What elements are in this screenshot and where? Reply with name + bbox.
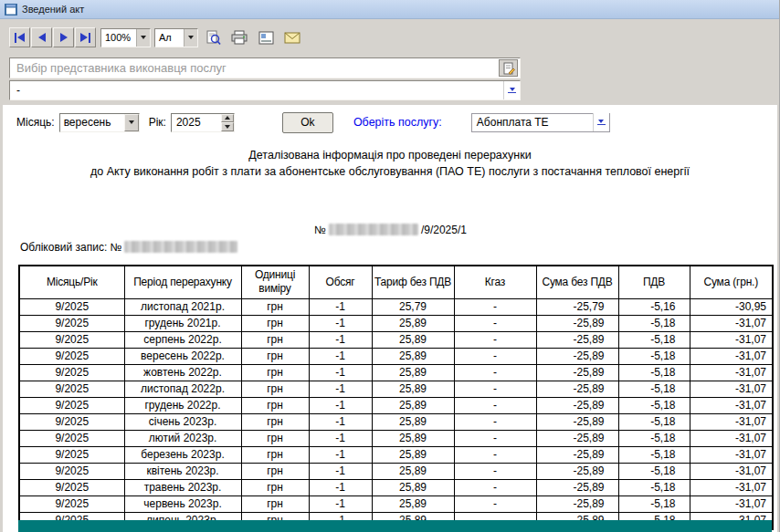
table-row[interactable]: 9/2025листопад 2022р.грн-125,89--25,89-5… xyxy=(19,381,773,397)
table-cell: - xyxy=(454,446,536,463)
table-cell: - xyxy=(454,479,536,495)
table-cell: 9/2025 xyxy=(19,315,124,331)
year-label: Рік: xyxy=(149,116,166,129)
provider-edit-button[interactable] xyxy=(499,59,518,77)
table-cell: 9/2025 xyxy=(19,413,124,430)
table-row[interactable]: 9/2025грудень 2021р.грн-125,89--25,89-5,… xyxy=(19,315,773,331)
table-cell: -5,18 xyxy=(618,331,690,348)
table-cell: -31,07 xyxy=(690,463,773,479)
table-cell: березень 2023р. xyxy=(124,446,241,463)
window-titlebar[interactable]: Зведений акт xyxy=(0,0,779,19)
table-cell: 25,89 xyxy=(372,315,454,331)
service-select[interactable]: Абонплата ТЕ xyxy=(471,113,610,132)
table-cell: серпень 2022р. xyxy=(124,331,241,348)
next-page-button[interactable] xyxy=(53,27,74,47)
view-mode-select[interactable]: Ал xyxy=(154,28,198,47)
table-row[interactable]: 9/2025грудень 2022р.грн-125,89--25,89-5,… xyxy=(19,397,773,413)
ok-button[interactable]: Ok xyxy=(282,112,333,133)
table-row[interactable]: 9/2025листопад 2021р.грн-125,79--25,79-5… xyxy=(19,298,773,315)
table-cell: 25,89 xyxy=(372,348,454,364)
table-cell: -1 xyxy=(309,315,372,331)
table-cell: -5,16 xyxy=(618,298,690,315)
table-cell: -25,89 xyxy=(536,430,618,446)
app-icon xyxy=(5,4,17,16)
table-row[interactable]: 9/2025лютий 2023р.грн-125,89--25,89-5,18… xyxy=(19,430,773,446)
table-cell: -25,89 xyxy=(536,348,618,364)
filter-row: Місяць: вересень Рік: 2025 Ok Оберіть по… xyxy=(16,111,610,133)
table-row[interactable]: 9/2025серпень 2022р.грн-125,89--25,89-5,… xyxy=(19,331,773,348)
table-cell: -25,89 xyxy=(536,364,618,381)
table-cell: 25,89 xyxy=(372,463,454,479)
table-row[interactable]: 9/2025січень 2023р.грн-125,89--25,89-5,1… xyxy=(19,413,773,430)
table-cell: -5,18 xyxy=(618,381,690,397)
table-row[interactable]: 9/2025березень 2023р.грн-125,89--25,89-5… xyxy=(19,446,773,463)
previous-page-button[interactable] xyxy=(31,27,52,47)
email-button[interactable] xyxy=(280,27,304,47)
table-cell: -31,07 xyxy=(690,381,773,397)
table-cell: -25,89 xyxy=(536,397,618,413)
previous-page-icon xyxy=(38,33,46,42)
table-cell: 25,89 xyxy=(372,331,454,348)
table-cell: -1 xyxy=(309,364,372,381)
service-label: Оберіть послугу: xyxy=(353,116,442,129)
year-stepper[interactable]: 2025 xyxy=(171,113,235,132)
provider-combo[interactable]: - xyxy=(9,80,521,100)
preview-button[interactable] xyxy=(201,27,225,47)
table-cell: 25,89 xyxy=(372,364,454,381)
table-cell: вересень 2022р. xyxy=(124,348,241,364)
table-row[interactable]: 9/2025квітень 2023р.грн-125,89--25,89-5,… xyxy=(19,463,773,479)
table-cell: 9/2025 xyxy=(19,479,124,495)
doc-number-suffix: /9/2025/1 xyxy=(421,224,467,236)
document-number-line: № /9/2025/1 xyxy=(314,223,467,236)
table-cell: грн xyxy=(241,315,309,331)
column-header: Місяць/Рік xyxy=(19,266,124,298)
table-cell: -25,89 xyxy=(536,495,618,512)
year-up-button[interactable] xyxy=(221,114,234,123)
toolbar: 100% Ал xyxy=(9,26,304,48)
table-cell: -5,18 xyxy=(618,364,690,381)
table-cell: -1 xyxy=(309,446,372,463)
report-title-line2: до Акту виконання робіт з плати за абоне… xyxy=(3,165,777,178)
table-row[interactable]: 9/2025травень 2023р.грн-125,89--25,89-5,… xyxy=(19,479,773,495)
table-cell: -25,89 xyxy=(536,479,618,495)
table-row[interactable]: 9/2025червень 2023р.грн-125,89--25,89-5,… xyxy=(19,495,773,512)
table-cell: 9/2025 xyxy=(19,397,124,413)
table-row[interactable]: 9/2025жовтень 2022р.грн-125,89--25,89-5,… xyxy=(19,364,773,381)
printer-icon xyxy=(231,30,248,45)
print-button[interactable] xyxy=(227,27,251,47)
provider-banner-placeholder: Вибір представника виконавця послуг xyxy=(16,61,227,75)
table-cell: -5,18 xyxy=(618,463,690,479)
export-image-icon xyxy=(258,31,274,45)
table-cell: грн xyxy=(241,463,309,479)
table-cell: 25,89 xyxy=(372,381,454,397)
chevron-down-icon xyxy=(136,29,150,47)
zoom-select[interactable]: 100% xyxy=(100,28,151,47)
table-cell: грн xyxy=(241,298,309,315)
column-header: Сума (грн.) xyxy=(690,266,773,298)
month-select[interactable]: вересень xyxy=(59,113,140,132)
table-cell: 25,89 xyxy=(372,413,454,430)
chevron-down-icon xyxy=(184,29,197,47)
window-title: Зведений акт xyxy=(22,4,84,15)
first-page-button[interactable] xyxy=(9,27,30,47)
table-cell: -31,07 xyxy=(690,446,773,463)
table-cell: -25,89 xyxy=(536,331,618,348)
export-button[interactable] xyxy=(254,27,278,47)
table-cell: 9/2025 xyxy=(19,298,124,315)
envelope-icon xyxy=(284,32,300,44)
chevron-down-icon xyxy=(124,114,139,131)
table-cell: - xyxy=(454,381,536,397)
table-cell: 25,89 xyxy=(372,397,454,413)
provider-combo-value: - xyxy=(16,84,20,97)
table-row[interactable]: 9/2025вересень 2022р.грн-125,89--25,89-5… xyxy=(19,348,773,364)
last-page-button[interactable] xyxy=(75,27,96,47)
edit-page-icon xyxy=(502,62,515,75)
year-down-button[interactable] xyxy=(221,122,234,131)
table-cell: -31,07 xyxy=(690,315,773,331)
table-cell: грн xyxy=(241,495,309,512)
provider-banner-field[interactable]: Вибір представника виконавця послуг xyxy=(9,57,521,78)
table-cell: -1 xyxy=(309,479,372,495)
column-header: Період перерахунку xyxy=(124,266,241,298)
table-cell: грн xyxy=(241,381,309,397)
table-cell: -25,89 xyxy=(536,381,618,397)
